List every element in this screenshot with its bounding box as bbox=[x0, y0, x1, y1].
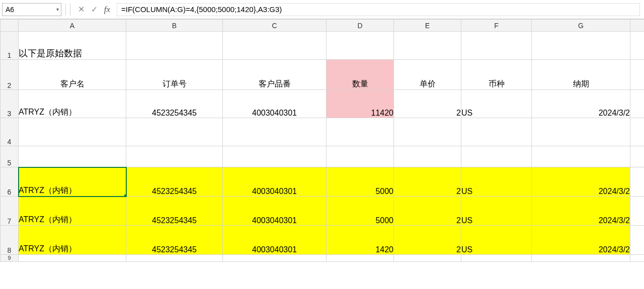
cell-h7[interactable] bbox=[630, 197, 645, 226]
cell-b1[interactable] bbox=[126, 32, 223, 60]
cell-a4[interactable] bbox=[19, 118, 126, 146]
cell-a5[interactable] bbox=[19, 146, 126, 167]
cell-h1[interactable] bbox=[630, 32, 645, 60]
cell-a1[interactable]: 以下是原始数据 bbox=[19, 32, 126, 60]
row-header-5[interactable]: 5 bbox=[1, 146, 19, 167]
cell-e2[interactable]: 单价 bbox=[394, 60, 461, 90]
cell-e9[interactable] bbox=[394, 255, 461, 262]
cell-h9[interactable] bbox=[630, 255, 645, 262]
cell-d9[interactable] bbox=[327, 255, 394, 262]
cell-d5[interactable] bbox=[327, 146, 394, 167]
row-2: 2 客户名 订单号 客户品番 数量 单价 币种 纳期 bbox=[1, 60, 645, 90]
cell-a3[interactable]: ATRYZ（内销） bbox=[19, 90, 126, 118]
cell-e6[interactable]: 2 bbox=[394, 167, 461, 197]
cell-h4[interactable] bbox=[630, 118, 645, 146]
cell-c3[interactable]: 4003040301 bbox=[223, 90, 327, 118]
cell-d6[interactable]: 5000 bbox=[327, 167, 394, 197]
col-header-e[interactable]: E bbox=[394, 20, 461, 32]
cell-e8[interactable]: 2 bbox=[394, 226, 461, 255]
cell-b8[interactable]: 4523254345 bbox=[126, 226, 223, 255]
col-header-f[interactable]: F bbox=[461, 20, 532, 32]
row-header-8[interactable]: 8 bbox=[1, 226, 19, 255]
cell-e5[interactable] bbox=[394, 146, 461, 167]
formula-bar: A6 ▾ ✕ ✓ fx =IF(COLUMN(A:G)=4,{5000;5000… bbox=[0, 0, 644, 19]
cell-g2[interactable]: 纳期 bbox=[532, 60, 630, 90]
col-header-c[interactable]: C bbox=[223, 20, 327, 32]
row-header-3[interactable]: 3 bbox=[1, 90, 19, 118]
cell-h5[interactable] bbox=[630, 146, 645, 167]
cell-d1[interactable] bbox=[327, 32, 394, 60]
cell-f8[interactable]: US bbox=[461, 226, 532, 255]
row-header-2[interactable]: 2 bbox=[1, 60, 19, 90]
cell-f4[interactable] bbox=[461, 118, 532, 146]
col-header-a[interactable]: A bbox=[19, 20, 126, 32]
cell-b9[interactable] bbox=[126, 255, 223, 262]
row-header-6[interactable]: 6 bbox=[1, 167, 19, 197]
cell-b4[interactable] bbox=[126, 118, 223, 146]
fx-icon[interactable]: fx bbox=[101, 3, 114, 16]
spreadsheet-grid[interactable]: A B C D E F G 1 以下是原始数据 2 客户名 订单号 客户品番 数… bbox=[0, 19, 644, 262]
cell-a8[interactable]: ATRYZ（内销） bbox=[19, 226, 126, 255]
cancel-icon[interactable]: ✕ bbox=[74, 3, 88, 16]
cell-c1[interactable] bbox=[223, 32, 327, 60]
col-header-b[interactable]: B bbox=[126, 20, 223, 32]
cell-e3[interactable]: 2 bbox=[394, 90, 461, 118]
cell-g1[interactable] bbox=[532, 32, 630, 60]
row-1: 1 以下是原始数据 bbox=[1, 32, 645, 60]
cell-c6[interactable]: 4003040301 bbox=[223, 167, 327, 197]
name-box[interactable]: A6 ▾ bbox=[2, 3, 61, 16]
cell-c5[interactable] bbox=[223, 146, 327, 167]
cell-a7[interactable]: ATRYZ（内销） bbox=[19, 197, 126, 226]
cell-d4[interactable] bbox=[327, 118, 394, 146]
row-header-1[interactable]: 1 bbox=[1, 32, 19, 60]
cell-f7[interactable]: US bbox=[461, 197, 532, 226]
cell-e4[interactable] bbox=[394, 118, 461, 146]
col-header-next[interactable] bbox=[630, 20, 645, 32]
cell-f1[interactable] bbox=[461, 32, 532, 60]
col-header-d[interactable]: D bbox=[327, 20, 394, 32]
cell-h6[interactable] bbox=[630, 167, 645, 197]
cell-f2[interactable]: 币种 bbox=[461, 60, 532, 90]
row-header-7[interactable]: 7 bbox=[1, 197, 19, 226]
cell-d7[interactable]: 5000 bbox=[327, 197, 394, 226]
cell-c9[interactable] bbox=[223, 255, 327, 262]
cell-g9[interactable] bbox=[532, 255, 630, 262]
cell-b5[interactable] bbox=[126, 146, 223, 167]
cell-h2[interactable] bbox=[630, 60, 645, 90]
cell-e7[interactable]: 2 bbox=[394, 197, 461, 226]
cell-c4[interactable] bbox=[223, 118, 327, 146]
cell-g4[interactable] bbox=[532, 118, 630, 146]
cell-f3[interactable]: US bbox=[461, 90, 532, 118]
cell-g6[interactable]: 2024/3/2 bbox=[532, 167, 630, 197]
cell-h3[interactable] bbox=[630, 90, 645, 118]
cell-c8[interactable]: 4003040301 bbox=[223, 226, 327, 255]
cell-c7[interactable]: 4003040301 bbox=[223, 197, 327, 226]
cell-f5[interactable] bbox=[461, 146, 532, 167]
formula-input[interactable]: =IF(COLUMN(A:G)=4,{5000;5000;1420},A3:G3… bbox=[117, 3, 640, 16]
row-header-9[interactable]: 9 bbox=[1, 255, 19, 262]
cell-e1[interactable] bbox=[394, 32, 461, 60]
col-header-g[interactable]: G bbox=[532, 20, 630, 32]
cell-d3[interactable]: 11420 bbox=[327, 90, 394, 118]
cell-b3[interactable]: 4523254345 bbox=[126, 90, 223, 118]
row-header-4[interactable]: 4 bbox=[1, 118, 19, 146]
cell-a9[interactable] bbox=[19, 255, 126, 262]
cell-c2[interactable]: 客户品番 bbox=[223, 60, 327, 90]
cell-g3[interactable]: 2024/3/2 bbox=[532, 90, 630, 118]
select-all-corner[interactable] bbox=[1, 20, 19, 32]
cell-b2[interactable]: 订单号 bbox=[126, 60, 223, 90]
cell-b6[interactable]: 4523254345 bbox=[126, 167, 223, 197]
cell-f9[interactable] bbox=[461, 255, 532, 262]
cell-a6[interactable]: ATRYZ（内销） bbox=[19, 167, 126, 197]
cell-b7[interactable]: 4523254345 bbox=[126, 197, 223, 226]
cell-h8[interactable] bbox=[630, 226, 645, 255]
cell-g5[interactable] bbox=[532, 146, 630, 167]
cell-f6[interactable]: US bbox=[461, 167, 532, 197]
cell-a2[interactable]: 客户名 bbox=[19, 60, 126, 90]
cell-d2[interactable]: 数量 bbox=[327, 60, 394, 90]
confirm-icon[interactable]: ✓ bbox=[88, 3, 101, 16]
row-6: 6 ATRYZ（内销） 4523254345 4003040301 5000 2… bbox=[1, 167, 645, 197]
cell-g8[interactable]: 2024/3/2 bbox=[532, 226, 630, 255]
cell-g7[interactable]: 2024/3/2 bbox=[532, 197, 630, 226]
cell-d8[interactable]: 1420 bbox=[327, 226, 394, 255]
